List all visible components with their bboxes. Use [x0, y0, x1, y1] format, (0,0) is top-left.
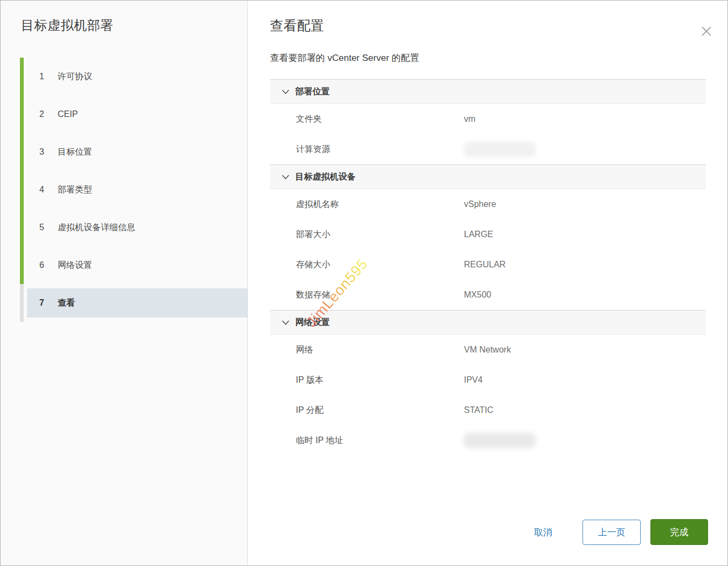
step-number: 2	[39, 109, 51, 119]
step-number: 7	[39, 298, 51, 308]
close-icon[interactable]	[698, 23, 715, 39]
row-label: IP 分配	[296, 405, 464, 416]
step-label: 虚拟机设备详细信息	[58, 222, 135, 233]
config-row: 网络 VM Network	[270, 335, 706, 365]
chevron-down-icon	[282, 89, 289, 94]
step-label: 目标位置	[58, 147, 92, 158]
row-value: REGULAR	[464, 260, 505, 270]
step-number: 6	[39, 260, 51, 270]
row-label: 临时 IP 地址	[296, 435, 464, 446]
step-label: 许可协议	[58, 71, 92, 82]
wizard-steps: 1 许可协议 2 CEIP 3 目标位置 4 部署类型	[1, 58, 247, 322]
chevron-down-icon	[282, 320, 289, 325]
step-number: 4	[39, 185, 51, 195]
section-header-deploy-location[interactable]: 部署位置	[270, 79, 706, 104]
wizard-sidebar: 目标虚拟机部署 1 许可协议 2 CEIP 3 目标位置	[1, 1, 248, 565]
sidebar-step-4[interactable]: 4 部署类型	[1, 171, 247, 209]
progress-rail-segment	[20, 58, 24, 95]
row-label: 部署大小	[296, 229, 464, 240]
step-number: 3	[39, 147, 51, 157]
section-title: 目标虚拟机设备	[295, 171, 356, 183]
step-label: 查看	[58, 298, 75, 309]
progress-rail-segment	[20, 246, 24, 284]
config-row: 存储大小 REGULAR	[270, 250, 706, 280]
row-value: IPV4	[464, 375, 483, 385]
step-number: 1	[39, 72, 51, 81]
row-value: vSphere	[464, 199, 496, 209]
row-value: VM Network	[464, 345, 511, 355]
sidebar-step-1[interactable]: 1 许可协议	[1, 58, 247, 95]
back-button[interactable]: 上一页	[583, 520, 641, 545]
row-label: IP 版本	[296, 375, 464, 386]
section-title: 网络设置	[295, 317, 330, 328]
section-title: 部署位置	[295, 86, 330, 98]
row-label: 数据存储	[296, 289, 464, 301]
config-row: 计算资源	[270, 134, 706, 164]
sidebar-step-3[interactable]: 3 目标位置	[1, 133, 247, 171]
config-row: IP 版本 IPV4	[270, 365, 706, 395]
step-label: 部署类型	[58, 184, 92, 196]
progress-rail-segment	[20, 133, 24, 171]
redacted-value-blur	[464, 433, 536, 448]
chevron-down-icon	[282, 175, 289, 180]
step-label: CEIP	[58, 109, 78, 119]
progress-rail-segment	[20, 284, 24, 322]
config-row: IP 分配 STATIC	[270, 395, 706, 425]
row-label: 网络	[296, 344, 464, 356]
finish-button[interactable]: 完成	[650, 519, 708, 545]
config-row: 临时 IP 地址	[270, 425, 706, 455]
panel-subtitle: 查看要部署的 vCenter Server 的配置	[270, 52, 706, 64]
progress-rail-segment	[20, 95, 24, 133]
sidebar-step-2[interactable]: 2 CEIP	[1, 95, 247, 133]
config-summary: 部署位置 文件夹 vm 计算资源 目标虚拟机设备 虚拟机名称 vSphere 部…	[270, 79, 706, 455]
row-label: 存储大小	[296, 259, 464, 271]
redacted-value-blur	[464, 142, 536, 157]
row-value: MX500	[464, 290, 491, 300]
sidebar-step-7-active[interactable]: 7 查看	[1, 284, 247, 322]
sidebar-step-5[interactable]: 5 虚拟机设备详细信息	[1, 209, 247, 246]
sidebar-step-6[interactable]: 6 网络设置	[1, 246, 247, 284]
row-value: vm	[464, 114, 475, 124]
row-label: 文件夹	[296, 114, 464, 125]
config-row: 数据存储 MX500	[270, 280, 706, 310]
step-number: 5	[39, 223, 51, 232]
page-title: 查看配置	[270, 17, 727, 34]
section-header-target-vm[interactable]: 目标虚拟机设备	[270, 164, 706, 189]
row-value: LARGE	[464, 230, 493, 239]
review-panel: 查看配置 查看要部署的 vCenter Server 的配置 部署位置 文件夹 …	[248, 1, 727, 565]
progress-rail-segment	[20, 171, 24, 209]
cancel-button[interactable]: 取消	[529, 526, 558, 539]
row-label: 虚拟机名称	[296, 199, 464, 210]
progress-rail-segment	[20, 209, 24, 246]
step-label: 网络设置	[58, 260, 92, 271]
wizard-footer: 取消 上一页 完成	[529, 519, 708, 545]
config-row: 文件夹 vm	[270, 104, 706, 134]
section-header-network-settings[interactable]: 网络设置	[270, 310, 706, 335]
config-row: 虚拟机名称 vSphere	[270, 189, 706, 219]
row-value: STATIC	[464, 405, 494, 415]
wizard-title: 目标虚拟机部署	[21, 17, 247, 34]
row-label: 计算资源	[296, 144, 464, 155]
config-row: 部署大小 LARGE	[270, 219, 706, 250]
